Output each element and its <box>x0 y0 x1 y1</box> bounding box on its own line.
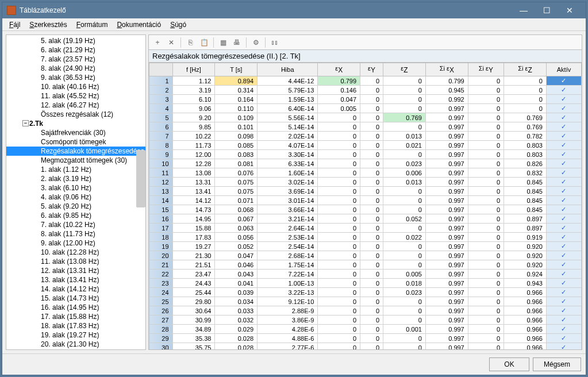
cell[interactable]: 14.95 <box>172 214 215 224</box>
cell[interactable]: 0.997 <box>425 159 468 168</box>
cell[interactable]: 0 <box>383 196 426 205</box>
cell[interactable]: 0 <box>468 297 504 306</box>
cell[interactable]: 0 <box>318 178 360 187</box>
cell[interactable]: 0.966 <box>504 306 547 316</box>
cell[interactable]: 0.997 <box>425 122 468 132</box>
cell[interactable]: 0.997 <box>425 279 468 288</box>
table-row[interactable]: 1919.270.0522.54E-140000.99700.920✓ <box>149 242 582 251</box>
table-row[interactable]: 1113.080.0761.60E-14000.0060.99700.832✓ <box>149 168 582 178</box>
table-row[interactable]: 710.220.0982.02E-14000.0130.99700.782✓ <box>149 132 582 141</box>
tree-item[interactable]: 3. alak (6.10 Hz) <box>6 183 145 193</box>
cell[interactable]: 0.043 <box>215 270 258 279</box>
cell[interactable]: ✓ <box>546 196 581 205</box>
cell[interactable]: 0 <box>318 122 360 132</box>
settings-button[interactable]: ⚙ <box>249 36 262 49</box>
cell[interactable]: 0.022 <box>383 233 426 242</box>
cell[interactable]: 19.27 <box>172 242 215 251</box>
cell[interactable]: 0 <box>318 251 360 260</box>
tree-item[interactable]: 5. alak (19.19 Hz) <box>6 36 145 45</box>
cell[interactable]: 0.897 <box>504 214 547 224</box>
cell[interactable]: 24 <box>149 288 173 297</box>
cell[interactable]: 0 <box>318 205 360 214</box>
tree-item[interactable]: 4. alak (9.06 Hz) <box>6 193 145 202</box>
cell[interactable]: 0 <box>360 178 383 187</box>
cell[interactable]: 0.075 <box>215 187 258 196</box>
cell[interactable]: 35.38 <box>172 334 215 343</box>
cell[interactable]: 14.73 <box>172 205 215 214</box>
cell[interactable]: 4.44E-12 <box>258 76 318 86</box>
cell[interactable]: 0 <box>468 76 504 86</box>
cell[interactable]: 21 <box>149 260 173 270</box>
cell[interactable]: 0 <box>468 316 504 325</box>
cell[interactable]: 1.75E-14 <box>258 260 318 270</box>
cell[interactable]: 0.997 <box>425 242 468 251</box>
column-header[interactable]: Σi εX <box>425 63 468 76</box>
cell[interactable]: 0.001 <box>383 325 426 334</box>
tree-item[interactable]: 2. alak (3.19 Hz) <box>6 174 145 183</box>
cell[interactable]: ✓ <box>546 113 581 122</box>
tree-item[interactable]: 12. alak (46.27 Hz) <box>6 101 145 110</box>
cell[interactable]: 0 <box>360 325 383 334</box>
table-row[interactable]: 3035.750.0282.77E-60000.99700.966✓ <box>149 343 582 350</box>
tree-item[interactable]: 7. alak (10.22 Hz) <box>6 220 145 229</box>
cell[interactable]: 0 <box>383 76 426 86</box>
cell[interactable]: 0 <box>360 224 383 233</box>
tree-item[interactable]: 16. alak (14.95 Hz) <box>6 303 145 312</box>
cell[interactable]: 3.69E-14 <box>258 187 318 196</box>
cell[interactable]: 0.101 <box>215 122 258 132</box>
cell[interactable]: 0 <box>360 306 383 316</box>
cell[interactable]: 0 <box>468 224 504 233</box>
cell[interactable]: 0 <box>468 260 504 270</box>
cell[interactable]: 0.997 <box>425 141 468 150</box>
cell[interactable]: 0.005 <box>318 104 360 113</box>
cell[interactable]: 3.02E-14 <box>258 178 318 187</box>
cell[interactable]: 21.30 <box>172 251 215 260</box>
cell[interactable]: 0 <box>318 233 360 242</box>
cell[interactable]: 0 <box>468 132 504 141</box>
cell[interactable]: 0 <box>360 288 383 297</box>
cell[interactable]: 0 <box>318 196 360 205</box>
cell[interactable]: 0.920 <box>504 260 547 270</box>
cell[interactable]: 0 <box>383 251 426 260</box>
cell[interactable]: 0.997 <box>425 168 468 178</box>
cell[interactable]: 0 <box>383 260 426 270</box>
cell[interactable]: 0 <box>468 113 504 122</box>
cell[interactable]: 0.966 <box>504 297 547 306</box>
cell[interactable]: 0.799 <box>318 76 360 86</box>
cell[interactable]: 0 <box>360 86 383 95</box>
cell[interactable]: 0 <box>383 343 426 350</box>
add-button[interactable]: + <box>151 36 164 49</box>
cell[interactable]: 9.85 <box>172 122 215 132</box>
cell[interactable]: 0 <box>383 316 426 325</box>
cell[interactable]: 11.73 <box>172 141 215 150</box>
cell[interactable]: 0 <box>383 150 426 159</box>
cell[interactable]: 0 <box>360 343 383 350</box>
cell[interactable]: 14.12 <box>172 196 215 205</box>
cell[interactable]: 0 <box>360 316 383 325</box>
cell[interactable]: 0 <box>318 187 360 196</box>
cell[interactable]: 0.997 <box>425 251 468 260</box>
cell[interactable]: 0 <box>360 95 383 104</box>
cell[interactable]: 0.845 <box>504 187 547 196</box>
cell[interactable]: 2 <box>149 86 173 95</box>
table-row[interactable]: 1817.830.0562.53E-14000.0220.99700.919✓ <box>149 233 582 242</box>
cell[interactable]: 15 <box>149 205 173 214</box>
cell[interactable]: 14 <box>149 196 173 205</box>
column-header[interactable]: εY <box>360 63 383 76</box>
cell[interactable]: 0 <box>468 187 504 196</box>
cell[interactable]: 0 <box>318 132 360 141</box>
cell[interactable]: 5.56E-14 <box>258 113 318 122</box>
cell[interactable]: ✓ <box>546 334 581 343</box>
cell[interactable]: 0 <box>504 95 547 104</box>
cell[interactable]: 6.40E-14 <box>258 104 318 113</box>
data-grid[interactable]: f [Hz]T [s]HibaεXεYεZΣi εXΣi εYΣi εZAktí… <box>148 62 582 350</box>
cell[interactable]: 0.039 <box>215 288 258 297</box>
cell[interactable]: 1.60E-14 <box>258 168 318 178</box>
cell[interactable]: 0.068 <box>215 205 258 214</box>
column-header[interactable]: Aktív <box>546 63 581 76</box>
cell[interactable]: 0.920 <box>504 251 547 260</box>
cell[interactable]: 3.30E-14 <box>258 150 318 159</box>
cell[interactable]: 0.047 <box>215 251 258 260</box>
cell[interactable]: 0 <box>360 334 383 343</box>
cell[interactable]: 2.64E-14 <box>258 224 318 233</box>
